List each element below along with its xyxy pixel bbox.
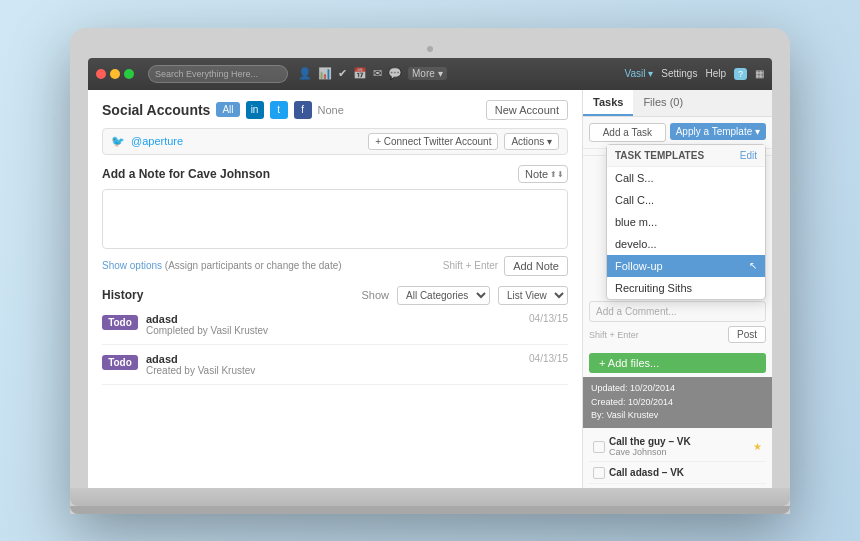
task-person-1: Cave Johnson [609,447,749,457]
main-content: Social Accounts All in t f None New Acco… [88,90,772,488]
maximize-button[interactable] [124,69,134,79]
post-button[interactable]: Post [728,326,766,343]
chat-icon[interactable]: 💬 [388,67,402,80]
history-item: Todo adasd Completed by Vasil Krustev 04… [102,313,568,345]
cursor-icon: ↖ [749,260,757,271]
dropdown-item-4[interactable]: develo... [607,233,765,255]
settings-link[interactable]: Settings [661,68,697,79]
new-account-button[interactable]: New Account [486,100,568,120]
linkedin-filter-icon[interactable]: in [246,101,264,119]
history-header: History Show All Categories List View [102,286,568,305]
history-section: History Show All Categories List View To… [102,286,568,385]
laptop-foot [70,506,790,514]
note-textarea[interactable] [102,189,568,249]
meta-created: Created: 10/20/2014 [591,396,764,410]
connect-twitter-button[interactable]: + Connect Twitter Account [368,133,498,150]
todo-badge-1: Todo [102,315,138,330]
history-item-content-1: adasd Completed by Vasil Krustev [146,313,521,336]
comment-input-placeholder[interactable]: Add a Comment... [589,301,766,322]
task-checkbox-1[interactable] [593,441,605,453]
twitter-row: 🐦 @aperture + Connect Twitter Account Ac… [102,128,568,155]
traffic-lights [96,69,134,79]
comment-footer: Shift + Enter Post [589,326,766,343]
twitter-filter-icon[interactable]: t [270,101,288,119]
note-type-select[interactable]: Note [518,165,568,183]
dropdown-header: TASK TEMPLATES Edit [607,145,765,167]
note-actions: Shift + Enter Add Note [443,256,568,276]
laptop-shell: Search Everything Here... 👤 📊 ✔ 📅 ✉ 💬 Mo… [70,28,790,514]
meta-by: By: Vasil Krustev [591,409,764,423]
dropdown-item-3[interactable]: blue m... [607,211,765,233]
search-bar[interactable]: Search Everything Here... [148,65,288,83]
tab-tasks[interactable]: Tasks [583,90,633,116]
user-name[interactable]: Vasil ▾ [625,68,654,79]
history-item-sub-2: Created by Vasil Krustev [146,365,521,376]
history-item-content-2: adasd Created by Vasil Krustev [146,353,521,376]
dropdown-header-label: TASK TEMPLATES [615,150,704,161]
task-name-2: Call adasd – VK [609,467,762,478]
calendar-icon[interactable]: 📅 [353,67,367,80]
help-label[interactable]: Help [705,68,726,79]
history-item-date-2: 04/13/15 [529,353,568,364]
shift-enter-hint: Shift + Enter [443,260,498,271]
more-task-item-2: Call adasd – VK [589,462,766,484]
close-button[interactable] [96,69,106,79]
show-options-text: Show options (Assign participants or cha… [102,260,342,271]
star-icon-1[interactable]: ★ [753,441,762,452]
task-checkbox-2[interactable] [593,467,605,479]
add-task-button[interactable]: Add a Task [589,123,666,142]
add-files-button[interactable]: + Add files... [589,353,766,373]
add-note-title: Add a Note for Cave Johnson [102,167,270,181]
history-filter-select[interactable]: All Categories [397,286,490,305]
history-show-label: Show [361,289,389,301]
laptop-base [70,488,790,506]
right-tabs: Tasks Files (0) [583,90,772,117]
social-accounts-title: Social Accounts [102,102,210,118]
dropdown-item-1[interactable]: Call S... [607,167,765,189]
reports-icon[interactable]: 📊 [318,67,332,80]
history-title: History [102,288,143,302]
facebook-filter-icon[interactable]: f [294,101,312,119]
template-dropdown: TASK TEMPLATES Edit Call S... Call C... … [606,144,766,300]
left-panel: Social Accounts All in t f None New Acco… [88,90,582,488]
email-icon[interactable]: ✉ [373,67,382,80]
history-item-name-2: adasd [146,353,521,365]
todo-badge-2: Todo [102,355,138,370]
task-text-1: Call the guy – VK Cave Johnson [609,436,749,457]
laptop-screen: Search Everything Here... 👤 📊 ✔ 📅 ✉ 💬 Mo… [88,58,772,488]
contacts-icon[interactable]: 👤 [298,67,312,80]
right-panel: Tasks Files (0) Add a Task Apply a Templ… [582,90,772,488]
right-actions: Add a Task Apply a Template ▾ TASK TEMPL… [583,117,772,149]
minimize-button[interactable] [110,69,120,79]
task-text-2: Call adasd – VK [609,467,762,478]
social-accounts-header: Social Accounts All in t f None New Acco… [102,100,568,120]
note-type-wrapper: Note [518,165,568,183]
tab-files[interactable]: Files (0) [633,90,693,116]
tasks-nav-icon[interactable]: ✔ [338,67,347,80]
grid-icon[interactable]: ▦ [755,68,764,79]
history-item-2: Todo adasd Created by Vasil Krustev 04/1… [102,353,568,385]
followup-label: Follow-up [615,260,663,272]
more-button[interactable]: More ▾ [408,67,447,80]
dropdown-item-followup[interactable]: Follow-up ↖ [607,255,765,277]
add-note-button[interactable]: Add Note [504,256,568,276]
history-item-sub-1: Completed by Vasil Krustev [146,325,521,336]
dropdown-edit-link[interactable]: Edit [740,150,757,161]
nav-right: Vasil ▾ Settings Help ? ▦ [625,68,764,80]
show-options-link[interactable]: Show options [102,260,162,271]
filter-all-button[interactable]: All [216,102,239,117]
top-bar: Search Everything Here... 👤 📊 ✔ 📅 ✉ 💬 Mo… [88,58,772,90]
filter-none-link[interactable]: None [318,104,344,116]
add-note-header: Add a Note for Cave Johnson Note [102,165,568,183]
dropdown-item-2[interactable]: Call C... [607,189,765,211]
meta-info: Updated: 10/20/2014 Created: 10/20/2014 … [583,377,772,428]
history-item-name-1: adasd [146,313,521,325]
help-badge[interactable]: ? [734,68,747,80]
apply-template-button[interactable]: Apply a Template ▾ [670,123,766,140]
apply-template-wrapper: Apply a Template ▾ TASK TEMPLATES Edit C… [670,123,766,142]
history-view-select[interactable]: List View [498,286,568,305]
dropdown-item-6[interactable]: Recruiting Siths [607,277,765,299]
comment-shift-enter: Shift + Enter [589,330,639,340]
task-name-1: Call the guy – VK [609,436,749,447]
actions-button[interactable]: Actions ▾ [504,133,559,150]
